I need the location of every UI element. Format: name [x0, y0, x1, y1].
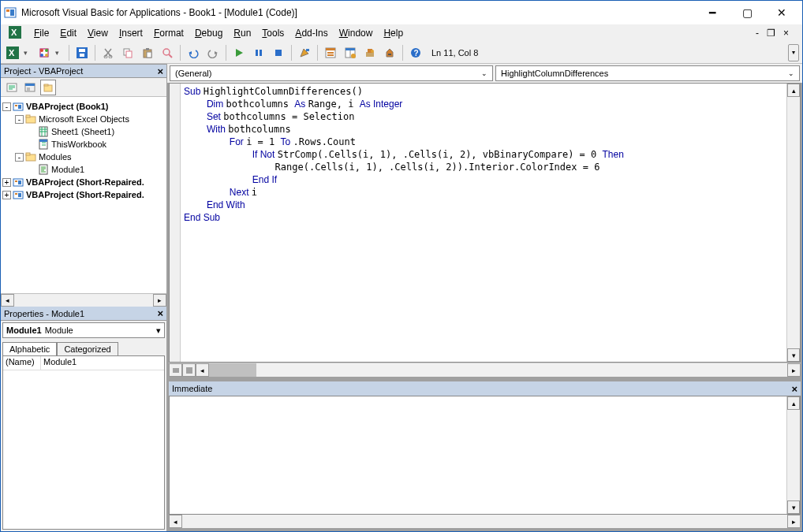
toolbox-icon[interactable] [381, 44, 398, 61]
procedure-view-button[interactable] [169, 363, 182, 377]
object-browser-icon[interactable] [361, 44, 379, 61]
project-explorer-icon[interactable] [322, 44, 339, 61]
view-excel-icon[interactable]: X [4, 44, 21, 61]
immediate-window[interactable]: ▴▾ [169, 396, 801, 515]
find-icon[interactable] [159, 44, 176, 61]
tab-categorized[interactable]: Categorized [57, 342, 118, 355]
svg-text:X: X [11, 28, 17, 37]
svg-rect-35 [327, 54, 334, 56]
tree-node[interactable]: +VBAProject (Short-Repaired. [2, 176, 165, 188]
svg-point-42 [371, 50, 374, 53]
menu-format[interactable]: Format [149, 27, 189, 39]
tree-node[interactable]: Module1 [2, 163, 165, 176]
svg-rect-1 [6, 9, 9, 12]
tree-node[interactable]: -Modules [2, 151, 165, 163]
svg-point-11 [45, 54, 48, 57]
project-explorer-header: Project - VBAProject × [1, 64, 166, 78]
code-hscrollbar[interactable]: ◂ ▸ [169, 363, 801, 377]
svg-point-10 [40, 54, 43, 57]
properties-title: Properties - Module1 [4, 309, 84, 318]
object-combo[interactable]: (General)⌄ [170, 65, 493, 81]
scroll-left-icon[interactable]: ◂ [196, 363, 209, 377]
menu-file[interactable]: File [29, 27, 54, 39]
svg-rect-59 [26, 115, 30, 117]
menu-edit[interactable]: Edit [55, 27, 81, 39]
paste-icon[interactable] [139, 44, 156, 61]
svg-rect-57 [18, 105, 21, 109]
menu-window[interactable]: Window [334, 27, 378, 39]
project-hscrollbar[interactable]: ◂▸ [1, 293, 166, 307]
excel-icon[interactable]: X [9, 26, 23, 40]
procedure-combo[interactable]: HighlightColumnDifferences⌄ [495, 65, 800, 81]
code-editor[interactable]: Sub HighlightColumnDifferences() Dim bot… [169, 83, 801, 363]
tree-node[interactable]: -Microsoft Excel Objects [2, 113, 165, 125]
immediate-vscrollbar[interactable]: ▴▾ [786, 396, 800, 514]
project-explorer-toolbar [1, 78, 166, 97]
immediate-hscrollbar[interactable]: ◂▸ [169, 515, 801, 528]
svg-rect-21 [147, 52, 151, 58]
mdi-controls: - ❐ × [753, 28, 794, 39]
copy-icon[interactable] [119, 44, 136, 61]
scroll-down-icon[interactable]: ▾ [787, 348, 800, 362]
properties-close-button[interactable]: × [157, 307, 163, 319]
tree-node[interactable]: +VBAProject (Short-Repaired. [2, 188, 165, 201]
full-module-view-button[interactable] [182, 363, 196, 377]
properties-grid[interactable]: (Name) Module1 [2, 355, 165, 530]
svg-rect-20 [146, 48, 149, 50]
save-icon[interactable] [73, 44, 91, 61]
svg-rect-66 [39, 140, 47, 142]
menu-run[interactable]: Run [229, 27, 256, 39]
menu-help[interactable]: Help [379, 27, 408, 39]
svg-rect-34 [327, 52, 334, 54]
scroll-right-icon[interactable]: ▸ [787, 363, 801, 377]
project-explorer-close-button[interactable]: × [157, 65, 163, 77]
svg-point-22 [163, 49, 170, 55]
design-mode-icon[interactable] [296, 44, 313, 61]
svg-rect-56 [15, 105, 17, 106]
minimize-button[interactable]: ━ [695, 1, 730, 24]
svg-marker-26 [236, 49, 243, 57]
redo-icon[interactable] [204, 44, 222, 61]
menu-add-ins[interactable]: Add-Ins [290, 27, 332, 39]
tree-node[interactable]: -VBAProject (Book1) [2, 100, 165, 113]
menu-tools[interactable]: Tools [257, 27, 289, 39]
project-explorer-title: Project - VBAProject [4, 66, 83, 76]
menu-insert[interactable]: Insert [114, 27, 148, 39]
maximize-button[interactable]: ▢ [730, 1, 764, 24]
mdi-restore-button[interactable]: ❐ [764, 28, 778, 39]
tab-alphabetic[interactable]: Alphabetic [2, 342, 57, 355]
view-object-icon[interactable] [22, 80, 38, 95]
chevron-down-icon: ⌄ [481, 69, 487, 77]
tree-node[interactable]: ThisWorkbook [2, 138, 165, 151]
close-button[interactable]: ✕ [764, 1, 799, 24]
properties-window-icon[interactable] [342, 44, 359, 61]
run-icon[interactable] [230, 44, 248, 61]
insert-module-icon[interactable] [35, 44, 53, 61]
cut-icon[interactable] [99, 44, 117, 61]
svg-text:?: ? [414, 49, 419, 58]
undo-icon[interactable] [185, 44, 202, 61]
immediate-close-button[interactable]: × [791, 383, 797, 395]
svg-rect-33 [326, 48, 335, 50]
svg-rect-43 [388, 54, 391, 55]
svg-rect-51 [25, 84, 35, 86]
tree-node[interactable]: Sheet1 (Sheet1) [2, 125, 165, 138]
svg-point-9 [45, 49, 48, 52]
break-icon[interactable] [250, 44, 267, 61]
reset-icon[interactable] [270, 44, 287, 61]
toggle-folders-icon[interactable] [40, 80, 56, 95]
mdi-minimize-button[interactable]: - [753, 28, 761, 39]
code-vscrollbar[interactable]: ▴ ▾ [786, 84, 800, 362]
project-tree[interactable]: -VBAProject (Book1)-Microsoft Excel Obje… [1, 97, 166, 293]
svg-point-39 [351, 54, 356, 58]
scroll-up-icon[interactable]: ▴ [787, 84, 800, 97]
svg-rect-70 [26, 153, 30, 155]
properties-object-combo[interactable]: Module1Module ▾ [2, 322, 165, 338]
menu-view[interactable]: View [83, 27, 113, 39]
toolbar-overflow-button[interactable]: ▾ [788, 44, 799, 61]
mdi-close-button[interactable]: × [781, 28, 791, 39]
menu-debug[interactable]: Debug [190, 27, 227, 39]
view-code-icon[interactable] [4, 80, 20, 95]
help-icon[interactable]: ? [407, 44, 424, 61]
menubar: X FileEditViewInsertFormatDebugRunToolsA… [1, 24, 802, 42]
